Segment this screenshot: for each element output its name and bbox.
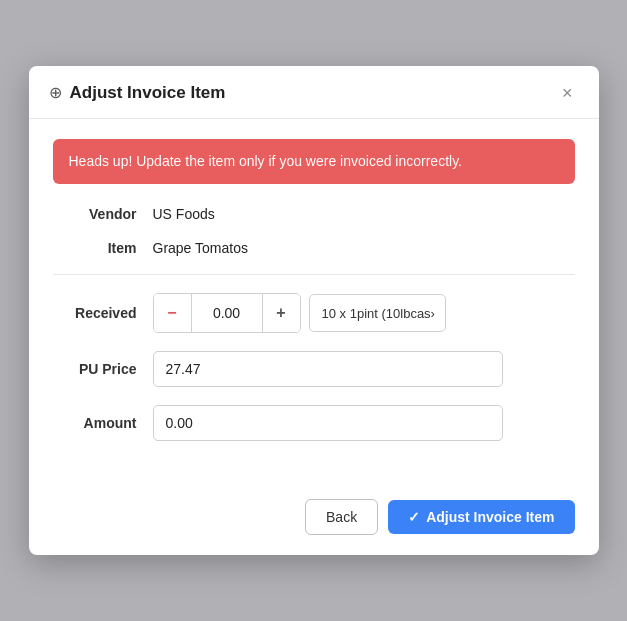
vendor-value: US Foods [153,206,215,222]
adjust-invoice-button[interactable]: ✓ Adjust Invoice Item [388,500,574,534]
received-input[interactable] [192,294,262,332]
unit-selector-text: 10 x 1pint (10lbcas› [322,306,435,321]
adjust-button-label: Adjust Invoice Item [426,509,554,525]
alert-warning: Heads up! Update the item only if you we… [53,139,575,185]
amount-input[interactable] [153,405,503,441]
item-value: Grape Tomatos [153,240,248,256]
adjust-invoice-modal: ⊕ Adjust Invoice Item × Heads up! Update… [29,66,599,556]
modal-header: ⊕ Adjust Invoice Item × [29,66,599,119]
received-row: Received − + 10 x 1pint (10lbcas› [53,293,575,333]
close-button[interactable]: × [556,82,579,104]
amount-label: Amount [53,415,153,431]
item-label: Item [53,240,153,256]
modal-title-group: ⊕ Adjust Invoice Item [49,83,226,103]
move-icon: ⊕ [49,83,62,102]
vendor-row: Vendor US Foods [53,206,575,222]
backdrop: ⊕ Adjust Invoice Item × Heads up! Update… [0,0,627,621]
received-label: Received [53,305,153,321]
modal-body: Heads up! Update the item only if you we… [29,119,599,484]
increment-button[interactable]: + [262,294,300,332]
amount-row: Amount [53,405,575,441]
decrement-button[interactable]: − [154,294,192,332]
check-icon: ✓ [408,509,420,525]
modal-overlay: ⊕ Adjust Invoice Item × Heads up! Update… [0,0,627,621]
pu-price-input[interactable] [153,351,503,387]
unit-selector[interactable]: 10 x 1pint (10lbcas› [309,294,446,332]
vendor-label: Vendor [53,206,153,222]
back-button[interactable]: Back [305,499,378,535]
item-row: Item Grape Tomatos [53,240,575,256]
received-controls: − + 10 x 1pint (10lbcas› [153,293,446,333]
stepper-group: − + [153,293,301,333]
modal-title: Adjust Invoice Item [70,83,226,103]
divider [53,274,575,275]
alert-text: Heads up! Update the item only if you we… [69,153,463,169]
pu-price-label: PU Price [53,361,153,377]
pu-price-row: PU Price [53,351,575,387]
modal-footer: Back ✓ Adjust Invoice Item [29,483,599,555]
